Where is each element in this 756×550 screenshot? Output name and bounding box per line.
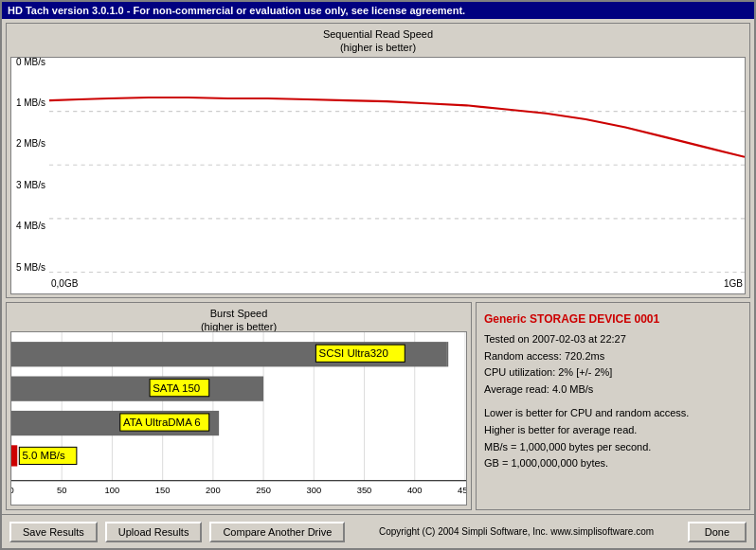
info-line-3: CPU utilization: 2% [+/- 2%] (484, 364, 742, 381)
device-title: Generic STORAGE DEVICE 0001 (484, 310, 742, 328)
svg-text:0: 0 (11, 486, 14, 495)
info-note-4: GB = 1,000,000,000 bytes. (484, 455, 742, 472)
burst-chart: Burst Speed (higher is better) (6, 302, 472, 510)
burst-chart-area: SCSI Ultra320 SATA 150 ATA UltraDMA 6 (10, 331, 467, 506)
info-line-2: Random access: 720.2ms (484, 348, 742, 365)
info-content: Tested on 2007-02-03 at 22:27 Random acc… (484, 331, 742, 472)
svg-text:450: 450 (458, 486, 466, 495)
svg-rect-19 (11, 377, 263, 401)
done-button[interactable]: Done (688, 522, 747, 542)
svg-text:350: 350 (357, 486, 372, 495)
info-note-2: Higher is better for average read. (484, 422, 742, 439)
burst-bars-svg: SCSI Ultra320 SATA 150 ATA UltraDMA 6 (11, 332, 466, 505)
svg-rect-16 (446, 342, 448, 366)
seq-chart-title: Sequential Read Speed (higher is better) (10, 27, 746, 55)
svg-text:200: 200 (206, 486, 221, 495)
svg-text:SATA 150: SATA 150 (153, 382, 200, 394)
seq-line-svg (49, 58, 745, 294)
main-window: HD Tach version 3.0.1.0 - For non-commer… (0, 0, 756, 550)
svg-text:150: 150 (155, 486, 171, 495)
footer: Save Results Upload Results Compare Anot… (2, 514, 754, 548)
compare-drive-button[interactable]: Compare Another Drive (209, 522, 345, 542)
upload-results-button[interactable]: Upload Results (105, 522, 203, 542)
info-note-3: MB/s = 1,000,000 bytes per second. (484, 439, 742, 456)
copyright-text: Copyright (C) 2004 Simpli Software, Inc.… (352, 526, 679, 537)
svg-text:5.0 MB/s: 5.0 MB/s (22, 451, 65, 462)
title-bar: HD Tach version 3.0.1.0 - For non-commer… (2, 2, 754, 19)
info-note-1: Lower is better for CPU and random acces… (484, 405, 742, 422)
svg-text:300: 300 (306, 486, 321, 495)
burst-chart-title: Burst Speed (higher is better) (10, 307, 467, 334)
sequential-chart: Sequential Read Speed (higher is better)… (6, 23, 750, 298)
seq-chart-area: 5 MB/s 4 MB/s 3 MB/s 2 MB/s 1 MB/s 0 MB/… (10, 57, 746, 294)
svg-text:400: 400 (407, 486, 423, 495)
svg-rect-25 (11, 445, 17, 466)
content-area: Sequential Read Speed (higher is better)… (2, 19, 754, 514)
info-line-4: Average read: 4.0 MB/s (484, 381, 742, 399)
svg-text:ATA UltraDMA 6: ATA UltraDMA 6 (123, 417, 201, 428)
bottom-section: Burst Speed (higher is better) (6, 302, 750, 510)
title-text: HD Tach version 3.0.1.0 - For non-commer… (8, 5, 465, 16)
svg-text:SCSI Ultra320: SCSI Ultra320 (319, 347, 388, 359)
info-line-1: Tested on 2007-02-03 at 22:27 (484, 331, 742, 348)
x-axis: 0,0GB 1GB (49, 275, 745, 293)
y-axis: 5 MB/s 4 MB/s 3 MB/s 2 MB/s 1 MB/s 0 MB/… (11, 58, 49, 275)
info-panel: Generic STORAGE DEVICE 0001 Tested on 20… (476, 302, 750, 510)
save-results-button[interactable]: Save Results (9, 522, 98, 542)
svg-text:50: 50 (57, 486, 66, 495)
svg-text:250: 250 (256, 486, 271, 495)
svg-text:100: 100 (105, 486, 120, 495)
